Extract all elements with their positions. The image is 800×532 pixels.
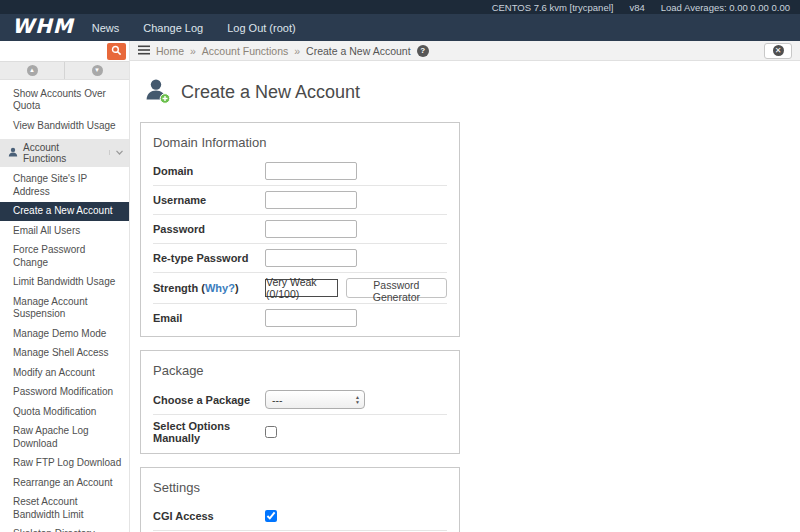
section-title: Package (153, 363, 447, 378)
scroll-down-icon: ▼ (92, 65, 103, 76)
sidebar-item-reset-account-bandwidth-limit[interactable]: Reset Account Bandwidth Limit (0, 493, 129, 525)
section-label: Account Functions (23, 142, 104, 164)
chevron-down-icon[interactable] (109, 150, 129, 155)
breadcrumb-home[interactable]: Home (156, 45, 184, 57)
top-nav-links: News Change Log Log Out (root) (92, 22, 296, 34)
breadcrumb-current: Create a New Account (306, 45, 410, 57)
form-row-username: Username (153, 185, 447, 214)
form-row-strength: Strength (Why?) Very Weak (0/100) Passwo… (153, 272, 447, 303)
scroll-up-button[interactable]: ▲ (0, 62, 64, 79)
select-options-manually-checkbox[interactable] (265, 426, 277, 438)
nav-log-out[interactable]: Log Out (root) (227, 22, 295, 34)
server-host: CENTOS 7.6 kvm [trycpanel] (492, 2, 614, 13)
scroll-down-button[interactable]: ▼ (64, 62, 129, 79)
user-icon (8, 147, 18, 159)
sidebar-item-quota-modification[interactable]: Quota Modification (0, 402, 129, 422)
server-status-strip: CENTOS 7.6 kvm [trycpanel] v84 Load Aver… (0, 0, 800, 14)
sidebar-scroll-controls: ▲ ▼ (0, 62, 129, 80)
retype-password-field[interactable] (265, 249, 357, 267)
main-nav-bar: WHM News Change Log Log Out (root) (0, 14, 800, 41)
sidebar-item-view-bandwidth-usage[interactable]: View Bandwidth Usage (0, 116, 129, 136)
help-icon[interactable]: ? (417, 45, 429, 57)
sidebar-search (0, 41, 129, 62)
section-title: Domain Information (153, 135, 447, 150)
create-account-user-icon (144, 77, 171, 108)
password-label: Password (153, 223, 265, 235)
form-row-password: Password (153, 214, 447, 243)
form-row-retype-password: Re-type Password (153, 243, 447, 272)
search-icon (111, 44, 122, 59)
sidebar-item-skeleton-directory[interactable]: Skeleton Directory (0, 525, 129, 532)
retype-password-label: Re-type Password (153, 252, 265, 264)
whm-logo[interactable]: WHM (0, 14, 92, 41)
settings-section: Settings CGI Access cPanel Theme paper_l… (140, 467, 460, 532)
nav-news[interactable]: News (92, 22, 120, 34)
strength-meter: Very Weak (0/100) (265, 279, 338, 297)
select-options-manually-label: Select Options Manually (153, 420, 265, 444)
sidebar-item-limit-bandwidth-usage[interactable]: Limit Bandwidth Usage (0, 273, 129, 293)
sidebar-nav-list: Show Accounts Over Quota View Bandwidth … (0, 80, 129, 532)
form-row-email: Email (153, 303, 447, 332)
cgi-access-label: CGI Access (153, 510, 265, 522)
close-icon: ✕ (773, 45, 784, 56)
sidebar-item-show-accounts-over-quota[interactable]: Show Accounts Over Quota (0, 84, 129, 116)
form-row-domain: Domain (153, 157, 447, 185)
sidebar-item-rearrange-an-account[interactable]: Rearrange an Account (0, 473, 129, 493)
form-row-choose-package: Choose a Package --- ▲▼ (153, 385, 447, 414)
sidebar-section-account-functions[interactable]: Account Functions (0, 139, 129, 167)
sidebar-item-raw-ftp-log-download[interactable]: Raw FTP Log Download (0, 454, 129, 474)
search-button[interactable] (107, 43, 126, 60)
sidebar-item-email-all-users[interactable]: Email All Users (0, 221, 129, 241)
password-field[interactable] (265, 220, 357, 238)
package-section: Package Choose a Package --- ▲▼ Select O… (140, 350, 460, 454)
breadcrumb-separator: » (190, 45, 196, 57)
username-field[interactable] (265, 191, 357, 209)
sidebar-item-force-password-change[interactable]: Force Password Change (0, 241, 129, 273)
sidebar-item-password-modification[interactable]: Password Modification (0, 383, 129, 403)
main-area: Home » Account Functions » Create a New … (130, 41, 800, 532)
sidebar-item-raw-apache-log-download[interactable]: Raw Apache Log Download (0, 422, 129, 454)
package-select-value: --- (266, 394, 353, 406)
breadcrumb-account-functions[interactable]: Account Functions (202, 45, 288, 57)
password-generator-button[interactable]: Password Generator (346, 278, 447, 298)
sidebar-item-change-sites-ip-address[interactable]: Change Site's IP Address (0, 170, 129, 202)
sidebar: ▲ ▼ Show Accounts Over Quota View Bandwi… (0, 41, 130, 532)
package-select[interactable]: --- ▲▼ (265, 390, 365, 409)
section-controls (109, 142, 129, 164)
strength-why-link[interactable]: Why? (205, 282, 235, 294)
sidebar-item-manage-demo-mode[interactable]: Manage Demo Mode (0, 324, 129, 344)
close-panel-button[interactable]: ✕ (764, 43, 792, 59)
username-label: Username (153, 194, 265, 206)
page-title: Create a New Account (181, 82, 360, 103)
sidebar-item-create-a-new-account[interactable]: Create a New Account (0, 202, 129, 222)
scroll-up-icon: ▲ (27, 65, 38, 76)
sidebar-item-manage-account-suspension[interactable]: Manage Account Suspension (0, 292, 129, 324)
sidebar-item-modify-an-account[interactable]: Modify an Account (0, 363, 129, 383)
select-stepper-icon: ▲▼ (353, 395, 364, 404)
form-row-cgi-access: CGI Access (153, 502, 447, 530)
breadcrumb-bar: Home » Account Functions » Create a New … (130, 41, 800, 61)
domain-field[interactable] (265, 162, 357, 180)
form-row-select-options-manually: Select Options Manually (153, 414, 447, 449)
breadcrumb-separator: » (294, 45, 300, 57)
menu-icon[interactable] (138, 45, 150, 57)
page-title-block: Create a New Account (144, 77, 800, 108)
section-title: Settings (153, 480, 447, 495)
page-content: Create a New Account Domain Information … (130, 61, 800, 532)
cgi-access-checkbox[interactable] (265, 510, 277, 522)
top-bar: CENTOS 7.6 kvm [trycpanel] v84 Load Aver… (0, 0, 800, 41)
whm-version: v84 (629, 2, 644, 13)
choose-package-label: Choose a Package (153, 394, 265, 406)
email-field[interactable] (265, 309, 357, 327)
load-averages: Load Averages: 0.00 0.00 0.00 (661, 2, 790, 13)
sidebar-item-manage-shell-access[interactable]: Manage Shell Access (0, 344, 129, 364)
nav-change-log[interactable]: Change Log (143, 22, 203, 34)
strength-label: Strength (Why?) (153, 282, 265, 294)
email-label: Email (153, 312, 265, 324)
domain-label: Domain (153, 165, 265, 177)
domain-information-section: Domain Information Domain Username Passw… (140, 122, 460, 337)
